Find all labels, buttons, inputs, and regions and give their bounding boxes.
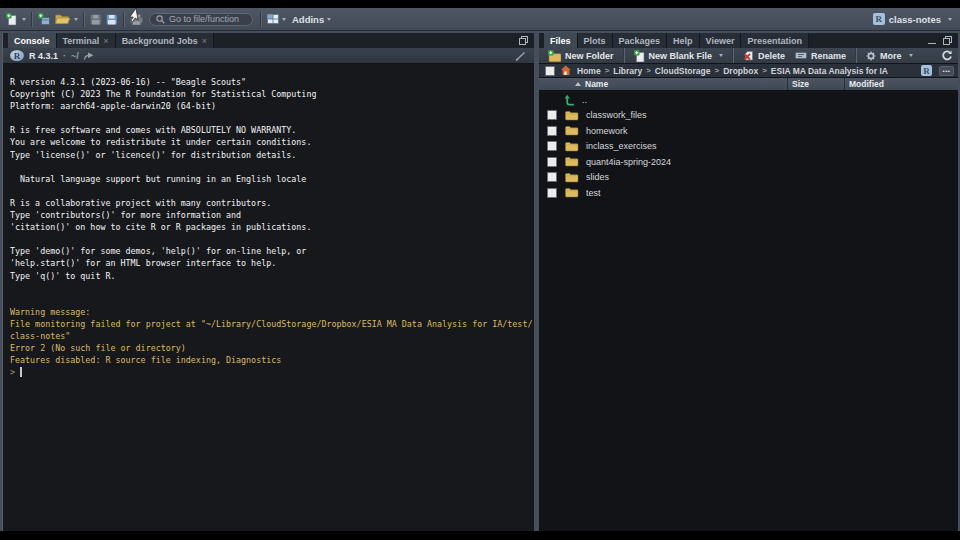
breadcrumb-item[interactable]: Library	[613, 66, 642, 76]
toolbar-separator	[83, 12, 85, 27]
select-all-checkbox[interactable]	[545, 66, 555, 76]
breadcrumb-item[interactable]: Home	[577, 66, 601, 76]
file-checkbox[interactable]	[547, 141, 557, 151]
minimize-pane-icon[interactable]	[928, 42, 936, 44]
file-row[interactable]: classwork_files	[539, 108, 958, 124]
open-file-caret-icon	[74, 18, 78, 21]
refresh-icon[interactable]	[941, 50, 953, 62]
close-tab-icon[interactable]: ×	[202, 36, 207, 46]
breadcrumb-item[interactable]: CloudStorage	[655, 66, 711, 76]
up-directory-icon	[564, 94, 575, 106]
new-project-icon	[38, 13, 51, 26]
r-version-label: R 4.3.1	[29, 51, 58, 61]
search-icon	[156, 15, 165, 24]
tab-label: Help	[673, 36, 693, 46]
main-toolbar: Go to file/function Addins R class-notes	[0, 8, 960, 31]
column-header-size[interactable]: Size	[788, 78, 845, 90]
file-row[interactable]: quant4ia-spring-2024	[539, 154, 958, 170]
dot-separator: ·	[63, 51, 66, 61]
more-caret-icon	[909, 54, 913, 57]
ellipsis-button[interactable]: •••	[939, 66, 954, 76]
file-name[interactable]: quant4ia-spring-2024	[586, 157, 671, 167]
console-line: File monitoring failed for project at "~…	[10, 319, 532, 329]
folder-icon	[565, 110, 579, 121]
console-line: 'citation()' on how to cite R or R packa…	[10, 222, 311, 232]
file-row[interactable]: slides	[539, 170, 958, 186]
console-line: Warning message:	[10, 307, 90, 317]
breadcrumb-item[interactable]: ESIA MA Data Analysis for IA	[771, 66, 888, 76]
open-in-new-icon[interactable]	[84, 52, 94, 60]
working-dir-label[interactable]: ~/	[71, 51, 79, 61]
column-header-modified[interactable]: Modified	[845, 78, 958, 90]
console-line: class-notes"	[10, 331, 70, 341]
tab-viewer[interactable]: Viewer	[700, 33, 742, 48]
tab-presentation[interactable]: Presentation	[741, 33, 809, 48]
console-header: R R 4.3.1 · ~/	[3, 48, 534, 64]
save-button[interactable]	[88, 10, 104, 28]
file-checkbox[interactable]	[547, 110, 557, 120]
folder-icon	[565, 125, 579, 136]
resize-console-icon[interactable]	[515, 51, 526, 62]
tab-files[interactable]: Files	[544, 33, 578, 48]
addins-label: Addins	[292, 14, 324, 25]
file-checkbox[interactable]	[547, 126, 557, 136]
restore-pane-icon[interactable]	[943, 36, 952, 45]
console-output[interactable]: R version 4.3.1 (2023-06-16) -- "Beagle …	[3, 65, 534, 531]
project-r-icon[interactable]: R	[921, 65, 932, 76]
tab-help[interactable]: Help	[667, 33, 700, 48]
file-name[interactable]: slides	[586, 172, 609, 182]
file-row[interactable]: homework	[539, 123, 958, 139]
file-checkbox[interactable]	[547, 188, 557, 198]
toolbar-separator	[31, 12, 33, 27]
console-line: Copyright (C) 2023 The R Foundation for …	[10, 89, 316, 99]
workspace-panes-button[interactable]	[265, 10, 288, 28]
breadcrumb-separator-icon: >	[762, 66, 767, 75]
tab-console[interactable]: Console	[8, 33, 57, 48]
tab-background-jobs[interactable]: Background Jobs×	[116, 33, 214, 48]
restore-pane-icon[interactable]	[519, 36, 528, 45]
console-line: R version 4.3.1 (2023-06-16) -- "Beagle …	[10, 77, 246, 87]
more-button[interactable]: More	[862, 51, 917, 61]
file-row[interactable]: test	[539, 185, 958, 201]
file-name[interactable]: homework	[586, 126, 628, 136]
file-checkbox[interactable]	[547, 172, 557, 182]
console-line: Type 'license()' or 'licence()' for dist…	[10, 150, 296, 160]
close-tab-icon[interactable]: ×	[103, 36, 108, 46]
new-folder-button[interactable]: New Folder	[544, 50, 618, 62]
tab-packages[interactable]: Packages	[613, 33, 668, 48]
file-name[interactable]: inclass_exercises	[586, 141, 657, 151]
goto-placeholder: Go to file/function	[169, 14, 239, 24]
project-menu-button[interactable]: R class-notes	[873, 13, 952, 25]
console-line: R is free software and comes with ABSOLU…	[10, 125, 296, 135]
files-pane: FilesPlotsPackagesHelpViewerPresentation…	[539, 33, 958, 531]
breadcrumb-separator-icon: >	[605, 66, 610, 75]
home-icon	[560, 65, 571, 76]
file-checkbox[interactable]	[547, 157, 557, 167]
console-line: Natural language support but running in …	[10, 174, 306, 184]
console-line: Type 'q()' to quit R.	[10, 271, 116, 281]
tab-plots[interactable]: Plots	[578, 33, 613, 48]
file-row[interactable]: inclass_exercises	[539, 139, 958, 155]
new-file-button[interactable]	[4, 10, 28, 28]
rename-button[interactable]: Rename	[791, 50, 850, 61]
tab-terminal[interactable]: Terminal×	[57, 33, 116, 48]
column-header-name[interactable]: Name	[539, 78, 788, 90]
file-name[interactable]: test	[586, 188, 601, 198]
file-row[interactable]: ..	[539, 92, 958, 108]
open-file-button[interactable]	[53, 10, 80, 28]
file-name[interactable]: ..	[582, 95, 587, 105]
breadcrumb-separator-icon: >	[715, 66, 720, 75]
delete-button[interactable]: Delete	[739, 50, 789, 61]
new-blank-file-button[interactable]: New Blank File	[630, 50, 728, 62]
new-project-button[interactable]	[36, 10, 53, 28]
console-line: 'help.start()' for an HTML browser inter…	[10, 258, 276, 268]
panes-caret-icon	[282, 18, 286, 21]
save-all-button[interactable]	[104, 10, 120, 28]
file-name[interactable]: classwork_files	[586, 110, 647, 120]
tab-label: Viewer	[706, 36, 735, 46]
goto-file-input[interactable]: Go to file/function	[149, 13, 253, 26]
breadcrumb-item[interactable]: Dropbox	[723, 66, 758, 76]
addins-button[interactable]: Addins	[288, 10, 333, 28]
mouse-cursor	[128, 8, 142, 23]
open-folder-icon	[55, 13, 71, 25]
